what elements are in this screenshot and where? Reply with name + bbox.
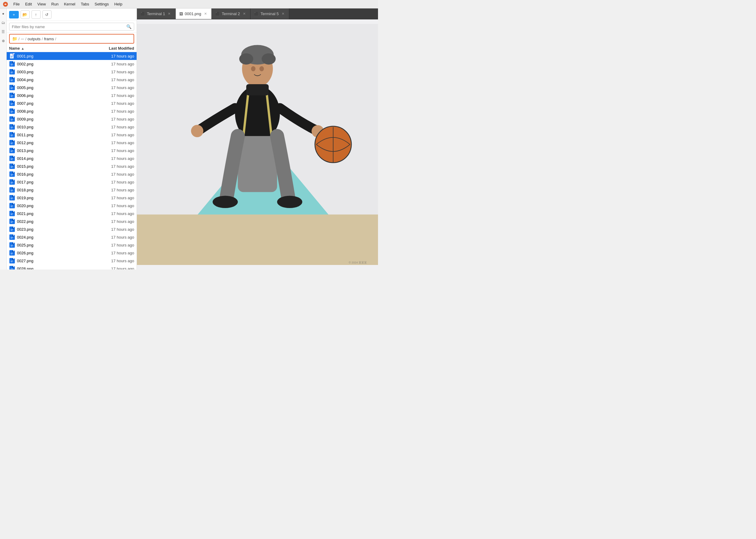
file-name: 0016.png: [17, 172, 101, 177]
file-row[interactable]: 0012.png 17 hours ago: [7, 139, 136, 147]
file-name: 0012.png: [17, 140, 101, 145]
menu-edit[interactable]: Edit: [23, 1, 34, 7]
menu-file[interactable]: File: [11, 1, 22, 7]
menu-kernel[interactable]: Kernel: [61, 1, 78, 7]
file-modified: 17 hours ago: [101, 180, 134, 185]
file-row[interactable]: 0026.png 17 hours ago: [7, 249, 136, 257]
tab-close-png0001[interactable]: ✕: [203, 12, 208, 16]
file-row[interactable]: 0002.png 17 hours ago: [7, 60, 136, 68]
menu-help[interactable]: Help: [112, 1, 125, 7]
file-icon: [9, 132, 15, 138]
svg-rect-47: [11, 174, 13, 175]
tab-png0001[interactable]: 🖼 0001.png ✕: [176, 9, 212, 19]
file-name: 0024.png: [17, 235, 101, 240]
image-viewer: © 2024 某某某: [137, 19, 378, 270]
file-modified: 17 hours ago: [101, 259, 134, 263]
tab-terminal2[interactable]: ⬛ Terminal 2 ✕: [212, 9, 250, 19]
file-row[interactable]: 0021.png 17 hours ago: [7, 209, 136, 217]
svg-rect-33: [11, 136, 12, 136]
png-file-icon: [9, 53, 15, 59]
file-icon: [9, 155, 15, 161]
file-row[interactable]: 0017.png 17 hours ago: [7, 178, 136, 186]
menu-run[interactable]: Run: [49, 1, 61, 7]
file-row[interactable]: 0006.png 17 hours ago: [7, 92, 136, 99]
upload-button[interactable]: ↑: [32, 10, 41, 19]
file-row[interactable]: 0011.png 17 hours ago: [7, 131, 136, 139]
file-row[interactable]: 0004.png 17 hours ago: [7, 76, 136, 84]
new-button[interactable]: +: [9, 11, 19, 19]
file-row[interactable]: 0023.png 17 hours ago: [7, 225, 136, 233]
file-row[interactable]: 0028.png 17 hours ago: [7, 265, 136, 270]
file-row[interactable]: 0024.png 17 hours ago: [7, 233, 136, 241]
tab-terminal5[interactable]: ⬛ Terminal 5 ✕: [250, 9, 289, 19]
search-input[interactable]: [12, 25, 126, 29]
file-modified: 17 hours ago: [101, 148, 134, 153]
svg-rect-54: [11, 191, 12, 192]
breadcrumb-frams[interactable]: frams: [44, 37, 54, 41]
search-bar: 🔍: [7, 21, 136, 33]
svg-rect-71: [11, 237, 13, 238]
file-modified: 17 hours ago: [101, 251, 134, 255]
folder-button[interactable]: 📂: [21, 10, 30, 19]
refresh-icon: ↺: [45, 12, 48, 17]
file-row[interactable]: 0019.png 17 hours ago: [7, 194, 136, 202]
file-row[interactable]: 0015.png 17 hours ago: [7, 162, 136, 170]
menu-view[interactable]: View: [35, 1, 48, 7]
breadcrumb-outputs[interactable]: outputs: [28, 37, 41, 41]
file-row[interactable]: 0001.png 17 hours ago: [7, 52, 136, 60]
svg-rect-38: [11, 150, 13, 151]
svg-rect-66: [11, 222, 12, 223]
file-row[interactable]: 0013.png 17 hours ago: [7, 147, 136, 154]
svg-rect-3: [11, 57, 12, 57]
file-modified: 17 hours ago: [101, 125, 134, 129]
menu-settings[interactable]: Settings: [92, 1, 111, 7]
svg-rect-9: [11, 73, 12, 73]
tab-close-terminal1[interactable]: ✕: [167, 12, 172, 16]
file-name: 0013.png: [17, 148, 101, 153]
name-label: Name: [9, 46, 20, 50]
col-modified-header[interactable]: Last Modified: [101, 46, 134, 50]
breadcrumb-dots[interactable]: ···: [21, 37, 24, 41]
file-row[interactable]: 0014.png 17 hours ago: [7, 154, 136, 162]
file-row[interactable]: 0008.png 17 hours ago: [7, 107, 136, 115]
svg-point-103: [212, 195, 238, 208]
sidebar-list-icon[interactable]: ☰: [1, 29, 6, 35]
file-icon: [9, 108, 15, 114]
tab-close-terminal5[interactable]: ✕: [281, 12, 285, 16]
sidebar-puzzle-icon[interactable]: ⊕: [1, 38, 6, 43]
png-file-icon: [9, 226, 15, 232]
file-name: 0003.png: [17, 70, 101, 74]
breadcrumb: 📁 / ··· / outputs / frams /: [9, 34, 134, 43]
file-row[interactable]: 0020.png 17 hours ago: [7, 202, 136, 209]
file-modified: 17 hours ago: [101, 211, 134, 216]
file-icon: [9, 202, 15, 209]
file-modified: 17 hours ago: [101, 172, 134, 177]
svg-rect-12: [11, 81, 12, 81]
tab-close-terminal2[interactable]: ✕: [242, 12, 247, 16]
file-row[interactable]: 0022.png 17 hours ago: [7, 217, 136, 225]
svg-rect-56: [11, 198, 13, 198]
tab-label-terminal2: Terminal 2: [222, 12, 240, 16]
sidebar-circle-icon[interactable]: ●: [1, 11, 6, 16]
file-row[interactable]: 0005.png 17 hours ago: [7, 84, 136, 92]
svg-rect-50: [11, 182, 13, 183]
col-name-header[interactable]: Name ▲: [9, 46, 101, 50]
refresh-button[interactable]: ↺: [42, 10, 51, 19]
icon-sidebar: ● 🗂 ☰ ⊕: [0, 9, 7, 270]
menu-tabs[interactable]: Tabs: [78, 1, 92, 7]
sidebar-folder-icon[interactable]: 🗂: [1, 20, 6, 26]
file-modified: 17 hours ago: [101, 156, 134, 161]
file-row[interactable]: 0016.png 17 hours ago: [7, 170, 136, 178]
open-folder-icon: 📂: [23, 12, 28, 17]
file-row[interactable]: 0003.png 17 hours ago: [7, 68, 136, 76]
file-row[interactable]: 0025.png 17 hours ago: [7, 241, 136, 249]
app-icon: [2, 1, 9, 7]
file-row[interactable]: 0027.png 17 hours ago: [7, 257, 136, 265]
svg-rect-20: [11, 103, 13, 104]
file-row[interactable]: 0018.png 17 hours ago: [7, 186, 136, 194]
file-row[interactable]: 0007.png 17 hours ago: [7, 99, 136, 107]
file-row[interactable]: 0009.png 17 hours ago: [7, 115, 136, 123]
file-row[interactable]: 0010.png 17 hours ago: [7, 123, 136, 131]
tab-terminal1[interactable]: ⬛ Terminal 1 ✕: [137, 9, 176, 19]
png-file-icon: [9, 258, 15, 264]
